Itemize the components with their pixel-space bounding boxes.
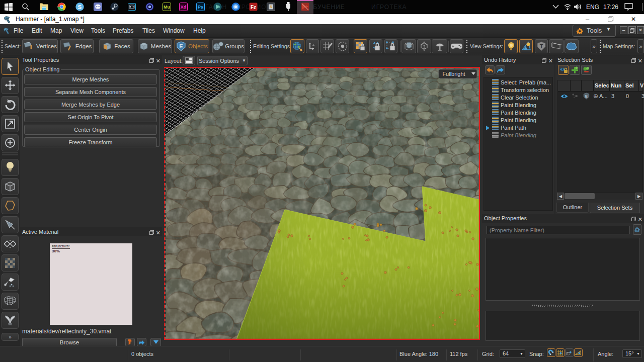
svg-text:Fz: Fz [251,5,256,10]
svg-text:Mu: Mu [164,5,170,10]
svg-text:S: S [270,5,272,9]
svg-text:E: E [179,43,183,49]
svg-text:E: E [585,95,588,99]
svg-text:Xd: Xd [181,5,187,10]
svg-text:S: S [78,4,82,10]
svg-text:Ps: Ps [198,5,203,10]
svg-text:Fullbright: Fullbright [442,71,465,77]
svg-text:T: T [540,43,543,49]
